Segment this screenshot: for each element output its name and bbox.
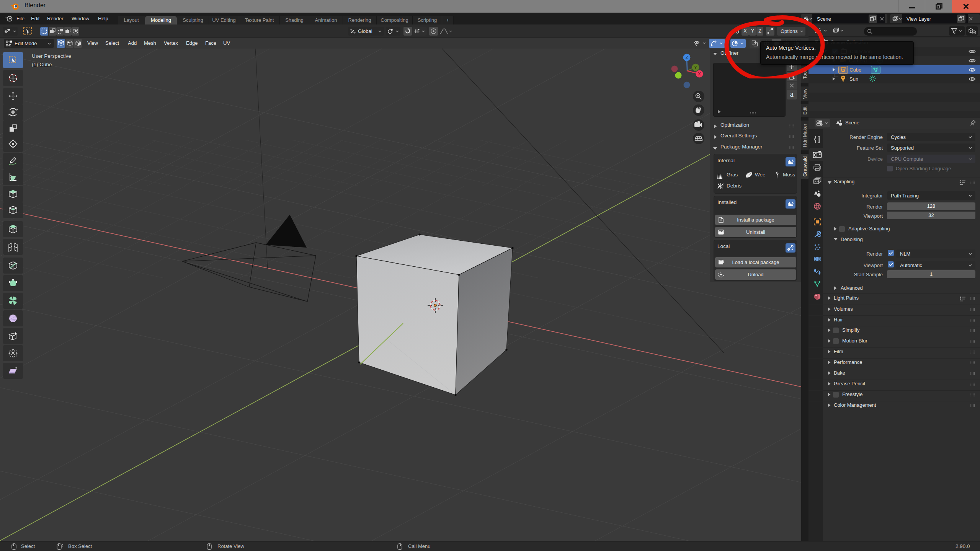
svg-text:Z: Z [686,55,688,60]
svg-text:X: X [698,72,701,76]
svg-text:Y: Y [694,65,697,70]
